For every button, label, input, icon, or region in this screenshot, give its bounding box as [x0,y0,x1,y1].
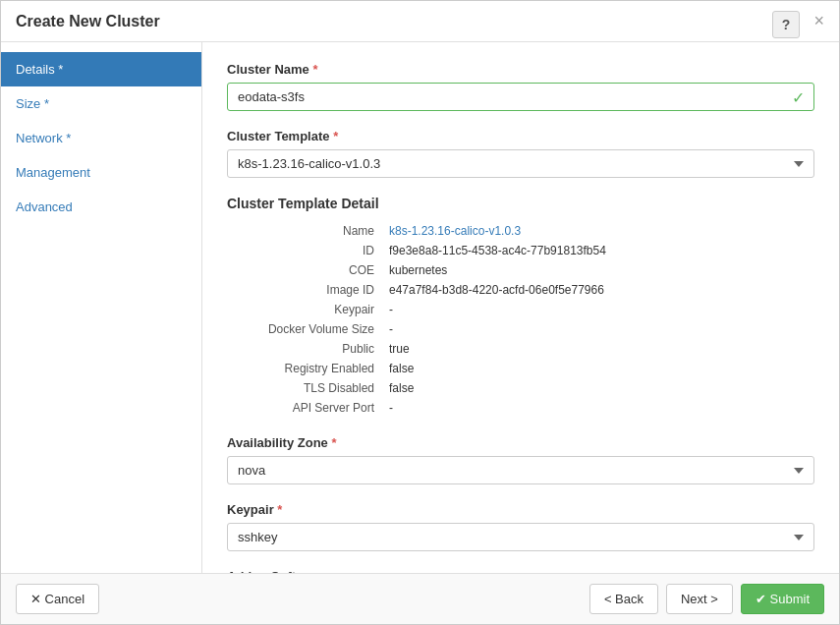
close-button[interactable]: × [813,11,824,31]
detail-label-docker: Docker Volume Size [227,319,384,339]
keypair-group: Keypair * sshkey [227,502,814,551]
cluster-template-group: Cluster Template * k8s-1.23.16-calico-v1… [227,129,814,178]
cluster-name-input[interactable] [227,83,814,111]
detail-label-tls: TLS Disabled [227,378,384,398]
template-detail-title: Cluster Template Detail [227,196,814,211]
detail-row-coe: COE kubernetes [227,260,814,280]
detail-table: Name k8s-1.23.16-calico-v1.0.3 ID f9e3e8… [227,221,814,418]
sidebar-item-size[interactable]: Size * [1,86,201,121]
detail-value-image-id: e47a7f84-b3d8-4220-acfd-06e0f5e77966 [384,280,814,300]
content-area: Cluster Name * ✓ Cluster Template * k8s-… [202,42,839,573]
sidebar: Details * Size * Network * Management Ad… [1,42,202,573]
keypair-label: Keypair * [227,502,814,517]
modal-container: Create New Cluster × ? Details * Size * … [0,0,840,625]
cluster-template-detail: Cluster Template Detail Name k8s-1.23.16… [227,196,814,418]
next-button[interactable]: Next > [666,584,733,614]
detail-label-api-port: API Server Port [227,398,384,418]
keypair-select[interactable]: sshkey [227,523,814,551]
detail-label-image-id: Image ID [227,280,384,300]
detail-label-name: Name [227,221,384,241]
detail-value-public: true [384,339,814,359]
cluster-template-label: Cluster Template * [227,129,814,143]
help-button[interactable]: ? [772,11,800,38]
detail-value-coe: kubernetes [384,260,814,280]
detail-value-name: k8s-1.23.16-calico-v1.0.3 [384,221,814,241]
detail-label-id: ID [227,241,384,260]
cluster-name-label: Cluster Name * [227,62,814,77]
detail-label-registry: Registry Enabled [227,359,384,378]
detail-row-id: ID f9e3e8a8-11c5-4538-ac4c-77b91813fb54 [227,241,814,260]
detail-value-keypair: - [384,300,814,319]
modal-header: Create New Cluster × [1,1,839,42]
availability-zone-select[interactable]: nova [227,456,814,484]
detail-row-tls: TLS Disabled false [227,378,814,398]
detail-row-api-port: API Server Port - [227,398,814,418]
footer-right-buttons: < Back Next > ✔ Submit [589,584,824,614]
valid-check-icon: ✓ [792,87,805,106]
sidebar-item-network[interactable]: Network * [1,121,201,155]
cluster-template-select[interactable]: k8s-1.23.16-calico-v1.0.3 [227,149,814,178]
detail-value-registry: false [384,359,814,378]
template-name-link[interactable]: k8s-1.23.16-calico-v1.0.3 [389,224,521,238]
detail-row-image-id: Image ID e47a7f84-b3d8-4220-acfd-06e0f5e… [227,280,814,300]
detail-row-registry: Registry Enabled false [227,359,814,378]
availability-zone-label: Availability Zone * [227,435,814,450]
detail-label-keypair: Keypair [227,300,384,319]
submit-button[interactable]: ✔ Submit [741,584,824,614]
detail-value-api-port: - [384,398,814,418]
detail-value-tls: false [384,378,814,398]
detail-value-docker: - [384,319,814,339]
sidebar-item-management[interactable]: Management [1,155,201,190]
availability-zone-group: Availability Zone * nova [227,435,814,484]
detail-label-coe: COE [227,260,384,280]
back-button[interactable]: < Back [589,584,658,614]
modal-title: Create New Cluster [16,13,160,30]
cancel-button[interactable]: ✕ Cancel [16,584,99,614]
modal-body: Details * Size * Network * Management Ad… [1,42,839,573]
sidebar-item-advanced[interactable]: Advanced [1,190,201,224]
modal-footer: ✕ Cancel < Back Next > ✔ Submit [1,573,839,624]
detail-value-id: f9e3e8a8-11c5-4538-ac4c-77b91813fb54 [384,241,814,260]
detail-label-public: Public [227,339,384,359]
detail-row-name: Name k8s-1.23.16-calico-v1.0.3 [227,221,814,241]
sidebar-item-details[interactable]: Details * [1,52,201,86]
detail-row-keypair: Keypair - [227,300,814,319]
cluster-name-input-wrapper: ✓ [227,83,814,111]
detail-row-docker: Docker Volume Size - [227,319,814,339]
detail-row-public: Public true [227,339,814,359]
cluster-name-group: Cluster Name * ✓ [227,62,814,111]
